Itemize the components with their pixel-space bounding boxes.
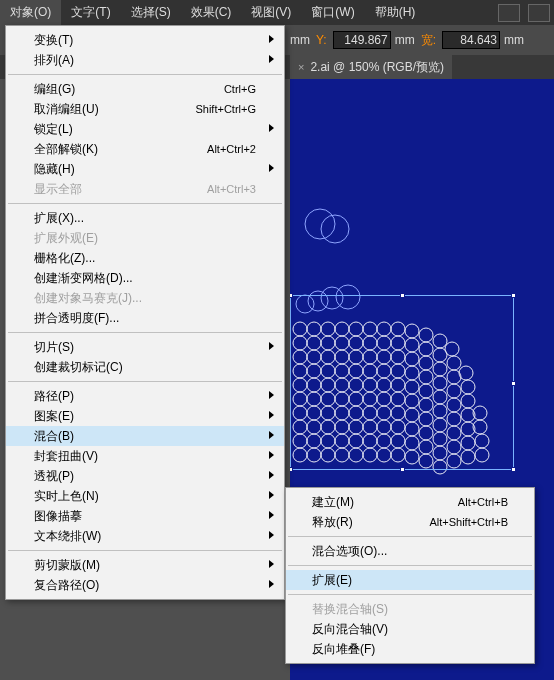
object-menu-item[interactable]: 复合路径(O) [6,575,284,595]
object-menu-item[interactable]: 编组(G)Ctrl+G [6,79,284,99]
w-label: 宽: [419,32,438,49]
menu-select[interactable]: 选择(S) [121,0,181,25]
svg-point-0 [305,209,335,239]
w-input[interactable] [442,31,500,49]
menu-item-label: 替换混合轴(S) [312,601,388,617]
object-menu-item[interactable]: 图像描摹 [6,506,284,526]
separator [8,381,282,382]
submenu-arrow-icon [269,531,274,539]
close-icon[interactable]: × [298,55,304,79]
object-menu-item[interactable]: 栅格化(Z)... [6,248,284,268]
menu-help[interactable]: 帮助(H) [365,0,426,25]
object-menu-item[interactable]: 创建裁切标记(C) [6,357,284,377]
menu-type[interactable]: 文字(T) [61,0,120,25]
menu-view[interactable]: 视图(V) [241,0,301,25]
submenu-arrow-icon [269,35,274,43]
object-menu-item: 显示全部Alt+Ctrl+3 [6,179,284,199]
object-menu-item[interactable]: 切片(S) [6,337,284,357]
unit-label-3: mm [504,33,524,47]
menu-item-label: 文本绕排(W) [34,528,101,544]
handle-bl[interactable] [290,467,293,472]
workspace-tool-icon[interactable] [528,4,550,22]
separator [288,565,532,566]
object-menu-item[interactable]: 扩展(X)... [6,208,284,228]
menu-object[interactable]: 对象(O) [0,0,61,25]
svg-point-1 [321,215,349,243]
handle-mr[interactable] [511,381,516,386]
object-menu-item[interactable]: 实时上色(N) [6,486,284,506]
menu-item-label: 建立(M) [312,494,354,510]
blend-menu-item[interactable]: 扩展(E) [286,570,534,590]
menu-item-label: 排列(A) [34,52,74,68]
separator [288,536,532,537]
menu-item-label: 切片(S) [34,339,74,355]
blend-menu-item[interactable]: 反向混合轴(V) [286,619,534,639]
object-menu-item[interactable]: 拼合透明度(F)... [6,308,284,328]
y-input[interactable] [333,31,391,49]
menu-item-label: 创建渐变网格(D)... [34,270,133,286]
menu-item-label: 复合路径(O) [34,577,99,593]
submenu-arrow-icon [269,560,274,568]
menu-item-label: 锁定(L) [34,121,73,137]
object-menu-item[interactable]: 图案(E) [6,406,284,426]
layout-tool-icon[interactable] [498,4,520,22]
blend-menu-item[interactable]: 建立(M)Alt+Ctrl+B [286,492,534,512]
blend-submenu: 建立(M)Alt+Ctrl+B释放(R)Alt+Shift+Ctrl+B混合选项… [285,487,535,664]
document-tab[interactable]: × 2.ai @ 150% (RGB/预览) [290,55,452,79]
separator [8,74,282,75]
menu-item-label: 封套扭曲(V) [34,448,98,464]
menu-item-label: 实时上色(N) [34,488,99,504]
handle-bm[interactable] [400,467,405,472]
y-label: Y: [314,33,329,47]
object-menu-item[interactable]: 路径(P) [6,386,284,406]
menu-item-label: 反向堆叠(F) [312,641,375,657]
menu-item-label: 隐藏(H) [34,161,75,177]
object-menu-item[interactable]: 变换(T) [6,30,284,50]
submenu-arrow-icon [269,580,274,588]
blend-menu-item[interactable]: 反向堆叠(F) [286,639,534,659]
object-menu-item[interactable]: 封套扭曲(V) [6,446,284,466]
submenu-arrow-icon [269,491,274,499]
handle-tr[interactable] [511,293,516,298]
separator [8,203,282,204]
menu-effect[interactable]: 效果(C) [181,0,242,25]
shortcut-label: Alt+Ctrl+B [458,494,508,510]
menu-item-label: 编组(G) [34,81,75,97]
blend-menu-item[interactable]: 释放(R)Alt+Shift+Ctrl+B [286,512,534,532]
submenu-arrow-icon [269,411,274,419]
shortcut-label: Shift+Ctrl+G [195,101,256,117]
menu-item-label: 路径(P) [34,388,74,404]
separator [8,550,282,551]
handle-tl[interactable] [290,293,293,298]
menu-item-label: 图像描摹 [34,508,82,524]
object-menu-item[interactable]: 文本绕排(W) [6,526,284,546]
object-menu-item[interactable]: 全部解锁(K)Alt+Ctrl+2 [6,139,284,159]
menu-item-label: 创建裁切标记(C) [34,359,123,375]
object-menu-item[interactable]: 排列(A) [6,50,284,70]
menu-window[interactable]: 窗口(W) [301,0,364,25]
object-menu-item[interactable]: 创建渐变网格(D)... [6,268,284,288]
shortcut-label: Alt+Shift+Ctrl+B [429,514,508,530]
submenu-arrow-icon [269,342,274,350]
unit-label-2: mm [395,33,415,47]
object-menu-item[interactable]: 隐藏(H) [6,159,284,179]
object-menu-item[interactable]: 锁定(L) [6,119,284,139]
object-menu-item[interactable]: 取消编组(U)Shift+Ctrl+G [6,99,284,119]
selection-bounds[interactable] [290,295,514,470]
menu-item-label: 创建对象马赛克(J)... [34,290,142,306]
submenu-arrow-icon [269,124,274,132]
menu-item-label: 变换(T) [34,32,73,48]
handle-br[interactable] [511,467,516,472]
blend-menu-item[interactable]: 混合选项(O)... [286,541,534,561]
menu-item-label: 混合(B) [34,428,74,444]
menu-item-label: 扩展(E) [312,572,352,588]
menu-item-label: 扩展外观(E) [34,230,98,246]
object-menu-item[interactable]: 剪切蒙版(M) [6,555,284,575]
menu-item-label: 取消编组(U) [34,101,99,117]
object-menu-item[interactable]: 透视(P) [6,466,284,486]
menu-item-label: 释放(R) [312,514,353,530]
handle-tm[interactable] [400,293,405,298]
menu-item-label: 栅格化(Z)... [34,250,95,266]
object-menu-item[interactable]: 混合(B) [6,426,284,446]
separator [8,332,282,333]
